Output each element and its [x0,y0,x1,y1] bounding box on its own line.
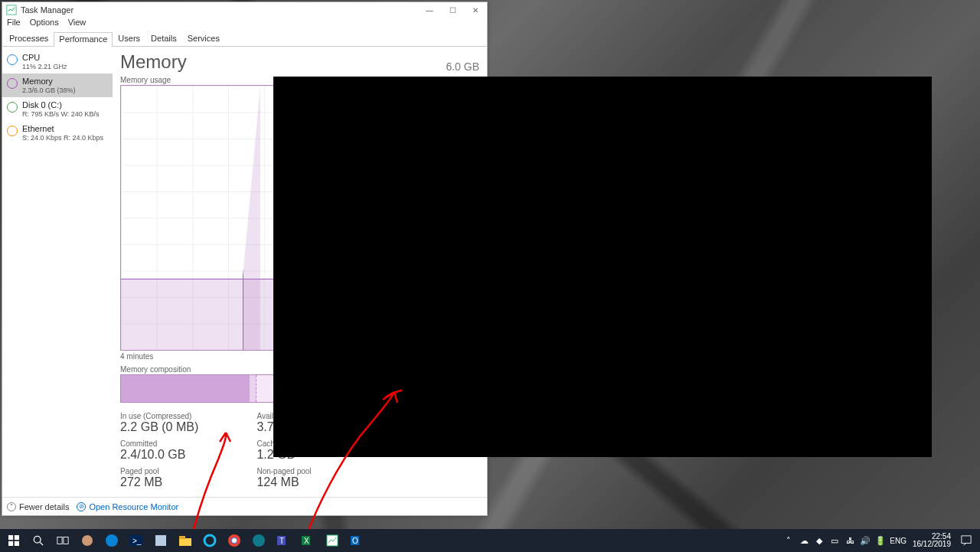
svg-rect-6 [57,537,62,544]
window-title: Task Manager [21,5,418,15]
usage-label: Memory usage [120,76,171,84]
svg-rect-7 [64,537,68,544]
tab-services[interactable]: Services [182,31,225,46]
sidebar-item-memory[interactable]: Memory 2.3/6.0 GB (38%) [2,73,113,97]
svg-text:>_: >_ [132,537,142,545]
sidebar-item-disk[interactable]: Disk 0 (C:) R: 795 KB/s W: 240 KB/s [2,97,113,121]
taskbar-edge[interactable] [247,529,271,552]
menu-view[interactable]: View [68,18,87,31]
taskbar-file-explorer[interactable] [173,529,198,552]
sidebar-item-ethernet[interactable]: Ethernet S: 24.0 Kbps R: 24.0 Kbps [2,121,113,145]
svg-rect-1 [8,535,13,540]
svg-text:O: O [352,537,358,545]
taskbar-chrome[interactable] [222,529,247,552]
tray-chevron[interactable]: ˄ [782,534,795,547]
taskbar-clock[interactable]: 22:54 16/12/2019 [910,533,954,549]
titlebar[interactable]: Task Manager — ☐ ✕ [2,2,487,18]
tray-battery-icon[interactable]: 🔋 [874,534,887,547]
sidebar-item-cpu[interactable]: CPU 11% 2.21 GHz [2,50,113,73]
stat-nonpaged-label: Non-paged pool [256,467,355,475]
resource-monitor-icon: ⊘ [77,502,86,511]
taskbar-task-manager[interactable] [320,529,345,552]
tab-performance[interactable]: Performance [54,32,113,47]
svg-point-8 [82,535,93,546]
tab-details[interactable]: Details [145,31,182,46]
task-view-button[interactable] [51,529,75,552]
stat-inuse-label: In use (Compressed) [120,412,243,420]
tab-processes[interactable]: Processes [4,31,54,46]
svg-point-15 [204,535,215,546]
black-overlay-window[interactable] [273,77,932,457]
svg-text:T: T [279,537,284,545]
svg-point-18 [232,538,237,543]
taskbar-excel[interactable]: X [296,529,320,552]
open-resource-monitor-link[interactable]: Open Resource Monitor [89,502,178,511]
menu-file[interactable]: File [7,18,21,31]
taskbar[interactable]: >_ T X O ˄ ☁ ◆ ▭ 🖧 🔊 🔋 ENG 22:54 16/12/2… [0,529,980,552]
svg-text:X: X [304,537,309,545]
taskbar-outlook[interactable]: O [345,529,369,552]
minimize-button[interactable]: — [418,2,441,18]
svg-point-5 [34,536,41,543]
ethernet-title: Ethernet [22,124,103,134]
taskbar-app-2[interactable] [100,529,124,552]
stat-committed-value: 2.4/10.0 GB [120,448,243,462]
memory-total: 6.0 GB [446,60,479,73]
taskbar-app-1[interactable] [75,529,100,552]
performance-sidebar: CPU 11% 2.21 GHz Memory 2.3/6.0 GB (38%)… [2,47,113,497]
cpu-icon [7,54,18,65]
memory-sub: 2.3/6.0 GB (38%) [22,87,76,94]
tray-volume-icon[interactable]: 🔊 [859,534,871,547]
tray-app-icon[interactable]: ◆ [813,534,825,547]
tray-onedrive-icon[interactable]: ☁ [798,534,810,547]
taskbar-date: 16/12/2019 [913,541,951,549]
tray-meet-now-icon[interactable]: ▭ [828,534,841,547]
tab-bar: Processes Performance Users Details Serv… [2,31,487,47]
search-button[interactable] [26,529,51,552]
disk-title: Disk 0 (C:) [22,100,99,110]
stat-inuse-value: 2.2 GB (0 MB) [120,420,243,434]
ethernet-icon [7,126,18,136]
svg-rect-27 [962,536,971,544]
cpu-title: CPU [22,53,67,63]
menubar: File Options View [2,18,487,31]
tray-network-icon[interactable]: 🖧 [844,534,856,547]
stat-paged-label: Paged pool [120,467,243,475]
chevron-up-icon: ˄ [7,502,16,511]
taskbar-app-4[interactable] [149,529,173,552]
page-title: Memory [120,51,187,73]
disk-icon [7,102,18,113]
cpu-sub: 11% 2.21 GHz [22,63,67,70]
start-button[interactable] [2,529,26,552]
svg-rect-12 [155,535,166,546]
taskbar-powershell[interactable]: >_ [124,529,149,552]
stat-nonpaged-value: 124 MB [256,475,355,489]
stat-paged-value: 272 MB [120,475,243,489]
graph-shape-rise [243,86,260,350]
menu-options[interactable]: Options [30,18,59,31]
memory-icon [7,78,18,89]
comp-modified [250,375,256,402]
svg-point-19 [253,534,265,547]
close-button[interactable]: ✕ [464,2,487,18]
svg-point-9 [106,534,118,547]
tab-users[interactable]: Users [113,31,145,46]
svg-rect-4 [15,541,19,546]
stat-committed-label: Committed [120,439,243,448]
comp-in-use [121,375,250,402]
memory-title: Memory [22,77,76,87]
svg-rect-13 [179,538,191,546]
taskbar-ie[interactable] [198,529,222,552]
svg-rect-2 [15,535,19,540]
window-footer: ˄ Fewer details ⊘ Open Resource Monitor [2,497,487,515]
ethernet-sub: S: 24.0 Kbps R: 24.0 Kbps [22,134,103,142]
tray-language[interactable]: ENG [890,534,906,547]
fewer-details-button[interactable]: ˄ Fewer details [7,502,69,511]
disk-sub: R: 795 KB/s W: 240 KB/s [22,110,99,118]
taskbar-teams[interactable]: T [271,529,296,552]
task-manager-icon [5,4,18,16]
notification-center-button[interactable] [957,529,975,552]
maximize-button[interactable]: ☐ [441,2,464,18]
svg-rect-3 [8,541,13,546]
svg-rect-14 [179,536,185,539]
